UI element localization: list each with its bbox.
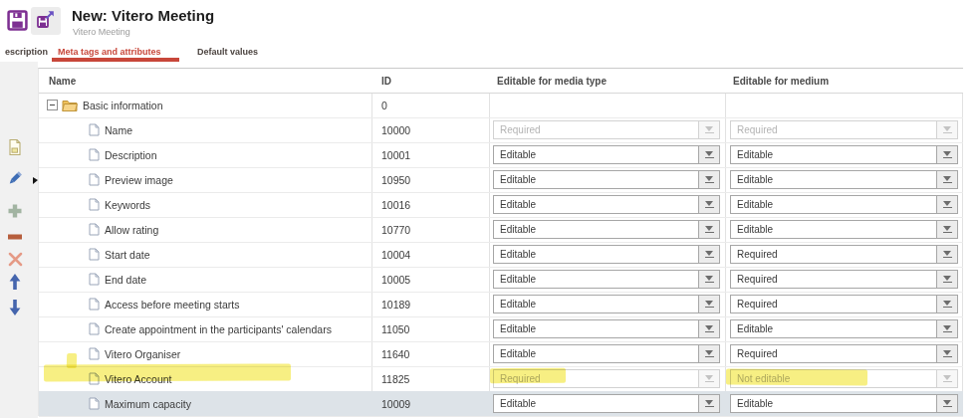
save-icon xyxy=(7,10,28,35)
row-label: Keywords xyxy=(105,199,150,211)
table-row[interactable]: Keywords 10016 Editable Editable xyxy=(39,192,963,218)
row-label: Create appointment in the participants' … xyxy=(105,323,332,335)
medium-dropdown[interactable]: Editable xyxy=(730,394,958,413)
table-row[interactable]: Allow rating 10770 Editable Editable xyxy=(39,217,963,243)
media-type-dropdown[interactable]: Editable xyxy=(493,319,720,338)
save-button[interactable] xyxy=(5,10,29,34)
row-id: 11050 xyxy=(371,316,489,341)
row-label: End date xyxy=(105,274,146,286)
document-icon xyxy=(89,397,100,410)
dropdown-value: Not editable xyxy=(731,373,936,384)
medium-dropdown[interactable]: Editable xyxy=(730,170,958,189)
chevron-down-icon xyxy=(698,320,719,337)
tab-default-values[interactable]: Default values xyxy=(197,47,258,57)
dropdown-value: Editable xyxy=(494,149,698,160)
column-header-media-type: Editable for media type xyxy=(497,69,607,93)
table-row[interactable]: End date 10005 Editable Required xyxy=(39,267,963,293)
media-type-dropdown[interactable]: Editable xyxy=(493,195,720,214)
media-type-dropdown[interactable]: Editable xyxy=(493,295,720,314)
document-icon xyxy=(89,322,100,335)
media-type-dropdown[interactable]: Editable xyxy=(493,270,720,289)
row-id: 10005 xyxy=(371,267,489,292)
paste-document-icon xyxy=(7,138,23,160)
medium-dropdown[interactable]: Required xyxy=(730,270,958,289)
move-up-button[interactable] xyxy=(5,274,25,294)
row-id: 10016 xyxy=(371,192,489,217)
table-row[interactable]: Basic information 0 xyxy=(39,93,963,118)
media-type-dropdown[interactable]: Editable xyxy=(493,220,720,239)
table-row[interactable]: Maximum capacity 10009 Editable Editable xyxy=(39,391,963,417)
chevron-down-icon xyxy=(698,370,719,387)
dropdown-value: Editable xyxy=(494,398,698,409)
dropdown-value: Required xyxy=(731,124,936,135)
move-down-icon xyxy=(7,299,23,320)
tab-meta-tags-and-attributes[interactable]: Meta tags and attributes xyxy=(58,47,161,57)
row-id: 10770 xyxy=(371,217,489,242)
table-row[interactable]: Description 10001 Editable Editable xyxy=(39,142,963,168)
chevron-down-icon xyxy=(698,221,719,238)
media-type-dropdown: Required xyxy=(493,120,720,139)
row-id: 10000 xyxy=(371,117,489,142)
document-icon xyxy=(89,273,100,286)
dropdown-value: Editable xyxy=(494,274,698,285)
table-row[interactable]: Preview image 10950 Editable Editable xyxy=(39,167,963,193)
chevron-down-icon xyxy=(936,370,957,387)
document-icon xyxy=(89,123,100,136)
column-header-name: Name xyxy=(49,69,76,93)
chevron-down-icon xyxy=(936,171,957,188)
media-type-dropdown[interactable]: Editable xyxy=(493,170,720,189)
table-row[interactable]: Vitero Account 11825 Required Not editab… xyxy=(39,366,963,392)
row-id: 10950 xyxy=(371,167,489,192)
medium-dropdown[interactable]: Editable xyxy=(730,145,958,164)
tab-bar: escription Meta tags and attributes Defa… xyxy=(0,44,980,64)
row-id: 10004 xyxy=(371,242,489,267)
dropdown-value: Required xyxy=(731,249,936,260)
row-id: 10001 xyxy=(371,142,489,167)
collapse-toggle[interactable] xyxy=(47,100,58,110)
table-row[interactable]: Vitero Organiser 11640 Editable Required xyxy=(39,341,963,367)
medium-dropdown[interactable]: Editable xyxy=(730,319,958,338)
chevron-down-icon xyxy=(936,271,957,288)
medium-dropdown[interactable]: Editable xyxy=(730,220,958,239)
page-title: New: Vitero Meeting xyxy=(72,7,214,24)
chevron-down-icon xyxy=(698,296,719,313)
row-label: Vitero Account xyxy=(105,373,172,385)
media-type-dropdown[interactable]: Editable xyxy=(493,145,720,164)
chevron-down-icon xyxy=(936,246,957,263)
save-and-exit-button[interactable] xyxy=(31,7,61,35)
medium-dropdown[interactable]: Required xyxy=(730,295,958,314)
table-row[interactable]: Start date 10004 Editable Required xyxy=(39,242,963,268)
remove-button[interactable] xyxy=(5,229,25,249)
active-tab-underline xyxy=(52,58,179,62)
document-icon xyxy=(89,347,100,360)
medium-dropdown: Required xyxy=(730,120,958,139)
media-type-dropdown[interactable]: Editable xyxy=(493,344,720,363)
media-type-dropdown[interactable]: Editable xyxy=(493,394,720,413)
move-up-icon xyxy=(7,273,23,295)
chevron-down-icon xyxy=(936,395,957,412)
row-label: Preview image xyxy=(105,174,173,186)
chevron-down-icon xyxy=(936,146,957,163)
move-down-button[interactable] xyxy=(5,300,25,319)
chevron-down-icon xyxy=(698,271,719,288)
edit-button[interactable] xyxy=(5,170,25,190)
meta-tags-table: Name ID Editable for media type Editable… xyxy=(38,68,963,416)
medium-dropdown[interactable]: Required xyxy=(730,245,958,264)
column-header-medium: Editable for medium xyxy=(733,69,829,93)
dropdown-value: Editable xyxy=(731,199,936,210)
media-type-dropdown[interactable]: Editable xyxy=(493,245,720,264)
table-row[interactable]: Create appointment in the participants' … xyxy=(39,316,963,342)
dropdown-value: Editable xyxy=(494,249,698,260)
tab-description[interactable]: escription xyxy=(5,47,48,57)
medium-dropdown: Not editable xyxy=(730,369,958,388)
paste-document-button[interactable] xyxy=(5,139,25,159)
medium-dropdown[interactable]: Required xyxy=(730,344,958,363)
document-icon xyxy=(89,148,100,161)
dropdown-value: Editable xyxy=(731,323,936,334)
table-row[interactable]: Name 10000 Required Required xyxy=(39,117,963,143)
medium-dropdown[interactable]: Editable xyxy=(730,195,958,214)
table-row[interactable]: Access before meeting starts 10189 Edita… xyxy=(39,292,963,317)
delete-button[interactable] xyxy=(5,251,25,271)
add-button[interactable] xyxy=(5,203,25,223)
row-label: Description xyxy=(105,149,157,161)
